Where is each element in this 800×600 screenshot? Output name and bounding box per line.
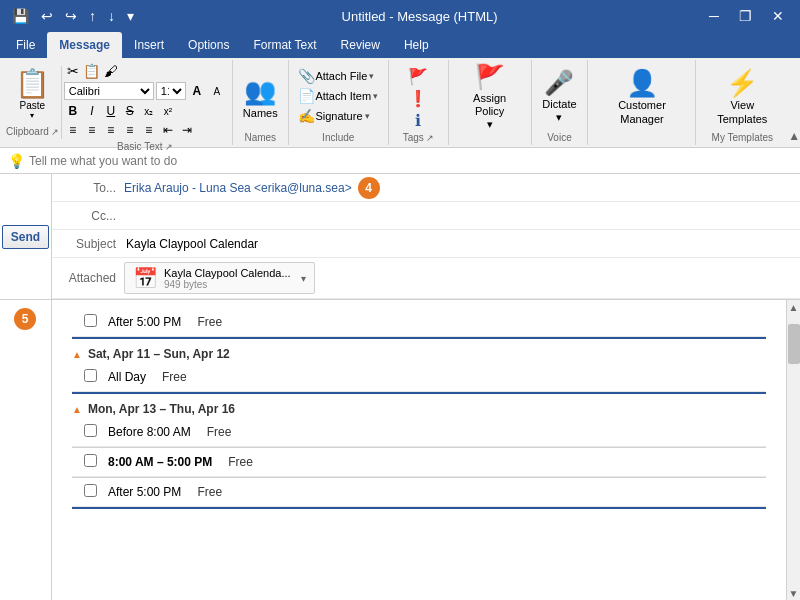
followup-button[interactable]: 🚩: [404, 66, 432, 86]
section-mon-apr13: ▲ Mon, Apr 13 – Thu, Apr 16: [72, 394, 766, 418]
ribbon-group-clipboard: 📋 Paste ▾ Clipboard ↗ ✂ 📋 🖌 Calibri: [0, 60, 233, 145]
title-bar: 💾 ↩ ↪ ↑ ↓ ▾ Untitled - Message (HTML) ─ …: [0, 0, 800, 32]
strikethrough-button[interactable]: S: [121, 102, 139, 120]
decrease-indent-button[interactable]: ⇤: [159, 121, 177, 139]
italic-button[interactable]: I: [83, 102, 101, 120]
prev-button[interactable]: ↑: [85, 6, 100, 26]
names-group-label: Names: [239, 132, 282, 143]
superscript-button[interactable]: x²: [159, 102, 177, 120]
scroll-thumb[interactable]: [788, 324, 800, 364]
cb-after5-top[interactable]: [84, 314, 97, 327]
align-left-button[interactable]: ≡: [64, 121, 82, 139]
collapse-arrow-mon[interactable]: ▲: [72, 404, 82, 415]
tags-expand-icon[interactable]: ↗: [426, 133, 434, 143]
title-bar-left: 💾 ↩ ↪ ↑ ↓ ▾: [8, 6, 138, 26]
tell-me-input[interactable]: [29, 154, 229, 168]
tab-help[interactable]: Help: [392, 32, 441, 58]
cb-allday-sat[interactable]: [84, 369, 97, 382]
tab-message[interactable]: Message: [47, 32, 122, 58]
customer-manager-label: Customer Manager: [601, 99, 682, 125]
attach-file-icon: 📎: [298, 68, 315, 84]
email-body[interactable]: After 5:00 PM Free ▲ Sat, Apr 11 – Sun, …: [52, 300, 786, 600]
row-after5pm-mon: After 5:00 PM Free: [72, 478, 766, 507]
tab-review[interactable]: Review: [329, 32, 392, 58]
font-size-select[interactable]: 11: [156, 82, 186, 100]
scroll-up-arrow[interactable]: ▲: [787, 300, 801, 314]
numbered-button[interactable]: ≡: [140, 121, 158, 139]
cb-8am-5pm[interactable]: [84, 454, 97, 467]
redo-button[interactable]: ↪: [61, 6, 81, 26]
shrink-font-button[interactable]: A: [208, 82, 226, 100]
tab-format-text[interactable]: Format Text: [241, 32, 328, 58]
format-painter-button[interactable]: 🖌: [102, 62, 120, 80]
close-button[interactable]: ✕: [764, 6, 792, 26]
bold-button[interactable]: B: [64, 102, 82, 120]
customer-manager-button[interactable]: 👤 Customer Manager: [594, 66, 689, 128]
align-center-button[interactable]: ≡: [83, 121, 101, 139]
collapse-arrow-sat[interactable]: ▲: [72, 349, 82, 360]
view-templates-icon: ⚡: [726, 68, 758, 99]
grow-font-button[interactable]: A: [188, 82, 206, 100]
restore-button[interactable]: ❐: [731, 6, 760, 26]
cc-label: Cc...: [56, 209, 124, 223]
subscript-button[interactable]: x₂: [140, 102, 158, 120]
next-button[interactable]: ↓: [104, 6, 119, 26]
undo-button[interactable]: ↩: [37, 6, 57, 26]
ribbon: 📋 Paste ▾ Clipboard ↗ ✂ 📋 🖌 Calibri: [0, 58, 800, 148]
importance-low-button[interactable]: ℹ: [411, 110, 425, 130]
minimize-button[interactable]: ─: [701, 6, 727, 26]
assign-policy-button[interactable]: 🚩 Assign Policy ▾: [455, 66, 525, 128]
tags-label: Tags ↗: [395, 132, 442, 143]
subject-input[interactable]: [124, 235, 796, 253]
importance-high-button[interactable]: ❗: [404, 88, 432, 108]
attach-file-button[interactable]: 📎 Attach File ▾: [293, 66, 383, 86]
attach-item-icon: 📄: [298, 88, 315, 104]
copy-button[interactable]: 📋: [83, 62, 101, 80]
tab-file[interactable]: File: [4, 32, 47, 58]
scroll-track[interactable]: [787, 314, 800, 586]
signature-button[interactable]: ✍ Signature ▾: [293, 106, 383, 126]
scroll-down-arrow[interactable]: ▼: [787, 586, 801, 600]
paste-icon: 📋: [15, 67, 50, 100]
bullets-button[interactable]: ≡: [121, 121, 139, 139]
ribbon-group-tags: 🚩 ❗ ℹ Tags ↗: [389, 60, 449, 145]
ribbon-group-customer-manager: 👤 Customer Manager .: [588, 60, 696, 145]
attach-item-button[interactable]: 📄 Attach Item ▾: [293, 86, 383, 106]
assign-policy-arrow: ▾: [487, 118, 493, 131]
dictate-button[interactable]: 🎤 Dictate ▾: [534, 66, 584, 128]
ribbon-group-assign-policy: 🚩 Assign Policy ▾ .: [449, 60, 532, 145]
attachment-info: Kayla Claypool Calenda... 949 bytes: [164, 267, 291, 290]
cc-input[interactable]: [124, 207, 796, 225]
calendar-table-sat: All Day Free: [72, 363, 766, 394]
divider: [61, 66, 62, 139]
cb-before8am[interactable]: [84, 424, 97, 437]
send-button[interactable]: Send: [2, 225, 49, 249]
cc-row: Cc...: [52, 202, 800, 230]
paste-arrow: ▾: [30, 111, 34, 120]
font-name-select[interactable]: Calibri: [64, 82, 154, 100]
main-area: 5 After 5:00 PM Free ▲ Sat, Apr 11 – Sun…: [0, 300, 800, 600]
cut-button[interactable]: ✂: [64, 62, 82, 80]
clipboard-expand-icon[interactable]: ↗: [51, 127, 59, 137]
ribbon-expand-button[interactable]: ▲: [788, 129, 800, 143]
align-right-button[interactable]: ≡: [102, 121, 120, 139]
basic-text-expand-icon[interactable]: ↗: [165, 142, 173, 152]
include-label: Include: [295, 132, 382, 143]
scrollbar[interactable]: ▲ ▼: [786, 300, 800, 600]
attachment-dropdown-arrow[interactable]: ▾: [301, 273, 306, 284]
paste-button[interactable]: 📋 Paste ▾: [10, 62, 55, 124]
cb-after5pm-mon[interactable]: [84, 484, 97, 497]
basic-text-label: Basic Text ↗: [64, 141, 226, 152]
save-button[interactable]: 💾: [8, 6, 33, 26]
clipboard-label: Clipboard ↗: [6, 126, 59, 137]
tab-options[interactable]: Options: [176, 32, 241, 58]
tab-insert[interactable]: Insert: [122, 32, 176, 58]
underline-button[interactable]: U: [102, 102, 120, 120]
attachment-chip[interactable]: 📅 Kayla Claypool Calenda... 949 bytes ▾: [124, 262, 315, 294]
view-templates-button[interactable]: ⚡ View Templates: [702, 66, 782, 128]
names-button[interactable]: 👥 Names: [236, 66, 285, 128]
row-before8am: Before 8:00 AM Free: [72, 418, 766, 447]
increase-indent-button[interactable]: ⇥: [178, 121, 196, 139]
more-qa-button[interactable]: ▾: [123, 6, 138, 26]
dictate-arrow: ▾: [556, 111, 562, 124]
